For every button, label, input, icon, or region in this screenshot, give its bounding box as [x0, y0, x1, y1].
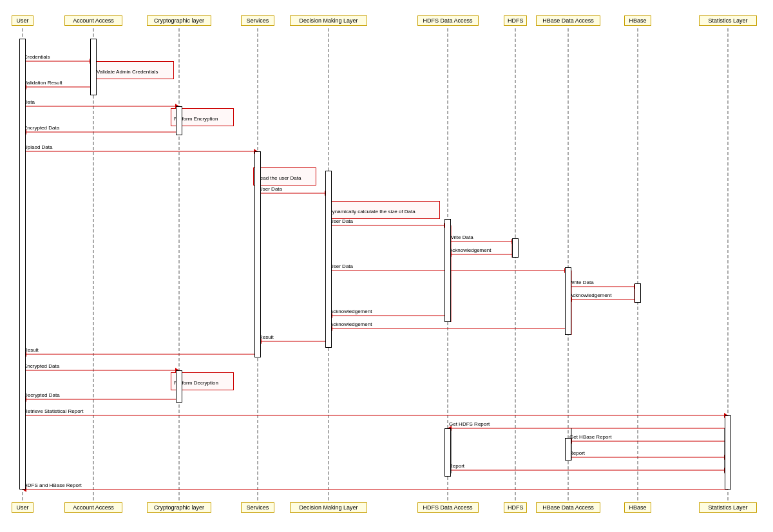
- process-validate-admin-crede: Validate Admin Credentials: [93, 61, 174, 79]
- actor-bottom-hdfs: HDFS: [504, 502, 527, 513]
- msg-write-data: Write Data: [449, 234, 473, 240]
- msg-acknowledgement: Acknowledgement: [330, 309, 372, 314]
- actor-bottom-hbase_access: HBase Data Access: [536, 502, 600, 513]
- actor-decision: Decision Making Layer: [290, 15, 367, 26]
- actor-bottom-crypto: Cryptographic layer: [147, 502, 211, 513]
- msg-report: Report: [569, 450, 585, 456]
- msg-user-data: User Data: [330, 218, 353, 224]
- actor-stats: Statistics Layer: [699, 15, 757, 26]
- actor-user: User: [12, 15, 33, 26]
- msg-uplaod-data: Uplaod Data: [24, 144, 52, 150]
- activation-bar: [176, 106, 182, 135]
- activation-bar: [444, 219, 451, 322]
- actor-bottom-decision: Decision Making Layer: [290, 502, 367, 513]
- msg-credentials: Credentials: [24, 54, 50, 60]
- msg-user-data: User Data: [330, 263, 353, 269]
- actor-bottom-user: User: [12, 502, 33, 513]
- actor-hbase: HBase: [624, 15, 651, 26]
- process-dynamically-calculat: Dynamically calculate the size of Data: [325, 201, 440, 219]
- activation-bar: [565, 438, 571, 461]
- msg-acknowledgement: Acknowledgement: [330, 321, 372, 327]
- activation-bar: [176, 370, 182, 403]
- msg-get-hdfs-report: Get HDFS Report: [449, 421, 490, 427]
- msg-encrypted-data: Encrypted Data: [24, 363, 59, 369]
- actor-bottom-services: Services: [241, 502, 274, 513]
- msg-user-data: User Data: [259, 186, 282, 192]
- msg-result: Result: [24, 347, 39, 353]
- msg-retrieve-statistical-report: Retrieve Statistical Report: [24, 408, 83, 414]
- activation-bar: [512, 238, 519, 258]
- activation-bar: [90, 39, 97, 95]
- sequence-diagram: UserAccount AccessCryptographic layerSer…: [0, 0, 773, 532]
- msg-write-data: Write Data: [569, 280, 594, 285]
- activation-bar: [19, 39, 26, 489]
- msg-result: Result: [259, 334, 274, 340]
- process-read-the-user-data: Read the user Data: [253, 167, 316, 185]
- actor-hdfs: HDFS: [504, 15, 527, 26]
- activation-bar: [725, 415, 731, 489]
- msg-hdfs-and-hbase-report: HDFS and HBase Report: [24, 482, 82, 488]
- actor-crypto: Cryptographic layer: [147, 15, 211, 26]
- actor-services: Services: [241, 15, 274, 26]
- actor-hbase_access: HBase Data Access: [536, 15, 600, 26]
- actor-bottom-hbase: HBase: [624, 502, 651, 513]
- actor-bottom-hdfs_access: HDFS Data Access: [417, 502, 479, 513]
- activation-bar: [325, 171, 332, 348]
- activation-bar: [254, 151, 261, 357]
- actor-hdfs_access: HDFS Data Access: [417, 15, 479, 26]
- activation-bar: [444, 428, 451, 477]
- activation-bar: [565, 267, 571, 335]
- msg-encrypted-data: Encrypted Data: [24, 125, 59, 131]
- actor-bottom-account: Account Access: [64, 502, 122, 513]
- msg-acknowledgement: Acknowledgement: [449, 247, 491, 253]
- actor-account: Account Access: [64, 15, 122, 26]
- actor-bottom-stats: Statistics Layer: [699, 502, 757, 513]
- msg-acknowledgement: Acknowledgement: [569, 292, 611, 298]
- msg-get-hbase-report: Get HBase Report: [569, 434, 611, 440]
- diagram-title: [0, 0, 773, 6]
- msg-validation-result: Validation Result: [24, 80, 62, 86]
- activation-bar: [635, 283, 641, 303]
- msg-report: Report: [449, 463, 464, 469]
- msg-decrypted-data: Decrypted Data: [24, 392, 60, 398]
